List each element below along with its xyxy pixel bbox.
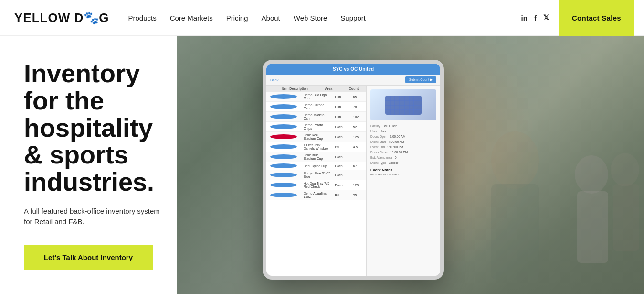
hero-headline: Inventory for the hospitality & sports i… bbox=[24, 60, 162, 195]
logo-paw-icon: 🐾 bbox=[84, 11, 99, 25]
table-row: Demo Modelo Can Can 102 bbox=[266, 112, 366, 122]
table-row: Hot Dog Tray 7x5 Red Check Each 123 bbox=[266, 180, 366, 190]
hero-subtext: A full featured back-office inventory sy… bbox=[24, 206, 162, 228]
table-row: Demo Bud Light Can Can 65 bbox=[266, 92, 366, 102]
panel-event-info: Facility BMO Field User User Doors Open … bbox=[370, 123, 436, 165]
tablet-submit-btn[interactable]: Submit Count ▶ bbox=[405, 76, 436, 83]
tablet-header: SYC vs OC United bbox=[266, 64, 440, 75]
tablet-side-panel: Facility BMO Field User User Doors Open … bbox=[366, 86, 440, 276]
linkedin-icon[interactable]: in bbox=[521, 14, 528, 22]
nav-pricing[interactable]: Pricing bbox=[226, 14, 248, 22]
svg-rect-3 bbox=[577, 191, 608, 263]
panel-notes-text: No notes for this event. bbox=[370, 173, 436, 176]
header-left: YELLOW D 🐾 G Products Core Markets Prici… bbox=[14, 11, 366, 25]
logo-text: YELLOW D bbox=[14, 11, 84, 25]
facebook-icon[interactable]: f bbox=[534, 14, 537, 22]
logo[interactable]: YELLOW D 🐾 G bbox=[14, 11, 109, 25]
tablet-table-header: Item Description Area Count bbox=[266, 86, 366, 92]
nav-products[interactable]: Products bbox=[128, 14, 156, 22]
nav-core-markets[interactable]: Core Markets bbox=[170, 14, 213, 22]
hero-section: Inventory for the hospitality & sports i… bbox=[0, 36, 644, 294]
main-nav: Products Core Markets Pricing About Web … bbox=[128, 14, 365, 22]
hero-content: Inventory for the hospitality & sports i… bbox=[0, 36, 177, 294]
tablet-toolbar: Back Submit Count ▶ bbox=[266, 75, 440, 86]
svg-point-2 bbox=[575, 155, 608, 194]
table-row: Demo Potato Chips Each 52 bbox=[266, 122, 366, 132]
table-row: 32oz Blue Stadium Cup Each bbox=[266, 152, 366, 162]
nav-about[interactable]: About bbox=[262, 14, 280, 22]
nav-web-store[interactable]: Web Store bbox=[294, 14, 327, 22]
svg-rect-5 bbox=[613, 184, 639, 251]
social-icons: in f 𝕏 bbox=[521, 13, 549, 22]
cta-button[interactable]: Let's Talk About Inventory bbox=[24, 245, 153, 270]
table-row: Burger Blue 5"x6" Blue Each bbox=[266, 170, 366, 180]
nav-support[interactable]: Support bbox=[340, 14, 366, 22]
tablet-mockup: SYC vs OC United Back Submit Count ▶ Ite… bbox=[263, 60, 444, 280]
contact-sales-button[interactable]: Contact Sales bbox=[559, 0, 634, 36]
hero-image: SYC vs OC United Back Submit Count ▶ Ite… bbox=[177, 36, 644, 294]
tablet-table: Item Description Area Count Demo Bud Lig… bbox=[266, 86, 366, 276]
table-row: Demo Corona Can Can 78 bbox=[266, 102, 366, 112]
tablet-screen: SYC vs OC United Back Submit Count ▶ Ite… bbox=[266, 64, 440, 276]
svg-point-0 bbox=[491, 131, 539, 189]
site-header: YELLOW D 🐾 G Products Core Markets Prici… bbox=[0, 0, 644, 36]
table-row: 32oz Red Stadium Cup Each 125 bbox=[266, 132, 366, 142]
table-row: Demo Aquafina 16oz Btl 25 bbox=[266, 190, 366, 200]
svg-rect-1 bbox=[491, 184, 539, 280]
twitter-icon[interactable]: 𝕏 bbox=[543, 13, 549, 22]
table-row: Red Liquor Cup Each 67 bbox=[266, 162, 366, 170]
logo-text-g: G bbox=[99, 11, 109, 25]
tablet-back[interactable]: Back bbox=[270, 78, 279, 82]
product-image bbox=[370, 89, 436, 120]
svg-point-4 bbox=[611, 153, 639, 186]
header-right: in f 𝕏 Contact Sales bbox=[521, 0, 634, 36]
panel-notes-title: Event Notes bbox=[370, 168, 436, 172]
table-row: 1 Liter Jack Daniels Whiskey Btl 4.5 bbox=[266, 142, 366, 152]
